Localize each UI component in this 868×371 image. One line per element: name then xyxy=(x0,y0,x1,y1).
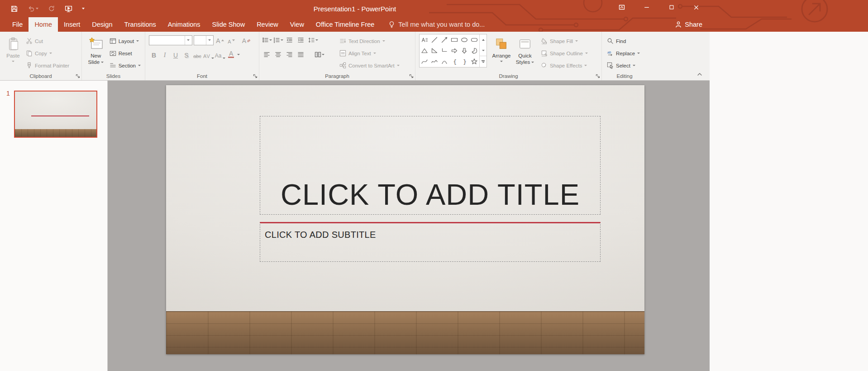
new-slide-button[interactable]: New Slide xyxy=(85,34,107,72)
customize-qat-button[interactable] xyxy=(81,3,86,14)
replace-button[interactable]: ab Replace xyxy=(605,48,642,59)
cut-button[interactable]: Cut xyxy=(24,35,72,47)
minimize-button[interactable] xyxy=(634,0,659,14)
shapes-more-button[interactable] xyxy=(480,56,486,67)
shape-elbow-connector[interactable] xyxy=(439,45,449,56)
save-button[interactable] xyxy=(9,3,19,14)
tab-office-timeline-free[interactable]: Office Timeline Free xyxy=(310,17,380,32)
shape-right-arrow[interactable] xyxy=(449,45,459,56)
grow-font-button[interactable]: A xyxy=(215,35,225,45)
font-name-input[interactable] xyxy=(149,36,185,45)
align-left-button[interactable] xyxy=(261,49,272,60)
shape-arrow[interactable] xyxy=(439,34,449,45)
shape-star[interactable] xyxy=(469,56,479,67)
layout-button[interactable]: Layout xyxy=(107,35,143,47)
tab-view[interactable]: View xyxy=(284,17,310,32)
italic-button[interactable]: I xyxy=(160,49,170,60)
font-color-button[interactable]: A xyxy=(226,49,236,60)
tell-me-box[interactable]: Tell me what you want to do... xyxy=(388,17,485,32)
reset-button[interactable]: Reset xyxy=(107,48,143,59)
tab-home[interactable]: Home xyxy=(29,17,58,32)
title-placeholder[interactable]: CLICK TO ADD TITLE xyxy=(260,116,601,215)
shape-arc[interactable] xyxy=(439,56,449,67)
share-button[interactable]: Share xyxy=(671,17,706,32)
shape-curve[interactable] xyxy=(420,56,429,67)
undo-button[interactable] xyxy=(26,3,40,14)
bold-button[interactable]: B xyxy=(149,49,159,60)
tab-transitions[interactable]: Transitions xyxy=(118,17,162,32)
tab-design[interactable]: Design xyxy=(86,17,118,32)
shape-effects-button[interactable]: Shape Effects xyxy=(539,60,590,71)
tab-review[interactable]: Review xyxy=(251,17,284,32)
font-size-input[interactable] xyxy=(194,36,206,45)
tab-insert[interactable]: Insert xyxy=(58,17,86,32)
shape-outline-button[interactable]: Shape Outline xyxy=(539,48,590,59)
columns-button[interactable] xyxy=(313,49,326,60)
ribbon-display-options-button[interactable] xyxy=(609,0,634,14)
close-button[interactable] xyxy=(684,0,709,14)
shape-line[interactable] xyxy=(429,34,439,45)
font-name-dropdown[interactable] xyxy=(185,36,191,45)
font-size-dropdown[interactable] xyxy=(206,36,212,45)
shapes-scroll-up-button[interactable] xyxy=(480,34,486,45)
change-case-button[interactable]: Aa xyxy=(215,49,225,60)
slide-thumbnail-1[interactable] xyxy=(14,91,97,138)
shapes-scroll-down-button[interactable] xyxy=(480,45,486,56)
decrease-indent-button[interactable] xyxy=(284,35,295,45)
clipboard-dialog-launcher[interactable] xyxy=(75,73,80,78)
tab-animations[interactable]: Animations xyxy=(162,17,206,32)
format-painter-button[interactable]: Format Painter xyxy=(24,60,72,71)
shape-triangle[interactable] xyxy=(420,45,429,56)
clear-formatting-button[interactable]: A xyxy=(241,35,251,45)
shape-pie[interactable] xyxy=(469,45,479,56)
justify-button[interactable] xyxy=(295,49,306,60)
shape-text-box[interactable] xyxy=(420,34,429,45)
paste-button[interactable]: Paste xyxy=(3,34,24,72)
text-shadow-button[interactable]: S xyxy=(181,49,191,60)
align-right-button[interactable] xyxy=(284,49,295,60)
paragraph-dialog-launcher[interactable] xyxy=(408,73,414,78)
align-text-button[interactable]: Align Text xyxy=(337,48,413,59)
shape-fill-button[interactable]: Shape Fill xyxy=(539,35,590,47)
strikethrough-button[interactable]: abc xyxy=(192,49,202,60)
arrange-button[interactable]: Arrange xyxy=(490,34,513,72)
find-button[interactable]: Find xyxy=(605,35,642,47)
line-spacing-button[interactable] xyxy=(306,35,320,45)
shape-oval[interactable] xyxy=(459,34,469,45)
drawing-dialog-launcher[interactable] xyxy=(595,73,600,78)
tab-slide-show[interactable]: Slide Show xyxy=(206,17,251,32)
arrange-icon xyxy=(495,35,508,53)
maximize-button[interactable] xyxy=(659,0,684,14)
shape-left-brace[interactable]: { xyxy=(449,56,459,67)
shape-rectangle[interactable] xyxy=(449,34,459,45)
section-button[interactable]: Section xyxy=(107,60,143,71)
convert-to-smartart-caret xyxy=(397,65,400,66)
underline-button[interactable]: U xyxy=(171,49,181,60)
character-spacing-button[interactable]: AV xyxy=(203,49,214,60)
align-center-button[interactable] xyxy=(272,49,284,60)
shape-fill-caret xyxy=(575,40,578,42)
subtitle-placeholder[interactable]: CLICK TO ADD SUBTITLE xyxy=(260,222,601,262)
copy-button[interactable]: Copy xyxy=(24,48,72,59)
collapse-ribbon-button[interactable] xyxy=(696,71,703,77)
numbering-button[interactable] xyxy=(272,35,284,45)
slide-canvas[interactable]: CLICK TO ADD TITLE CLICK TO ADD SUBTITLE xyxy=(166,85,644,354)
shape-rounded-rectangle[interactable] xyxy=(469,34,479,45)
text-direction-button[interactable]: Text Direction xyxy=(337,35,413,47)
shape-right-triangle[interactable] xyxy=(429,45,439,56)
font-name-combo[interactable] xyxy=(149,35,192,45)
quick-styles-button[interactable]: Quick Styles xyxy=(513,34,537,72)
font-size-combo[interactable] xyxy=(194,35,214,45)
start-slideshow-button[interactable] xyxy=(63,3,74,14)
shape-scribble[interactable] xyxy=(429,56,439,67)
redo-button[interactable] xyxy=(47,3,57,14)
shape-right-brace[interactable]: } xyxy=(459,56,469,67)
increase-indent-button[interactable] xyxy=(295,35,306,45)
select-button[interactable]: Select xyxy=(605,60,642,71)
shape-down-arrow[interactable] xyxy=(459,45,469,56)
font-dialog-launcher[interactable] xyxy=(252,73,258,78)
bullets-button[interactable] xyxy=(261,35,272,45)
convert-to-smartart-button[interactable]: Convert to SmartArt xyxy=(337,60,413,71)
shrink-font-button[interactable]: A xyxy=(226,35,236,45)
tab-file[interactable]: File xyxy=(6,17,29,32)
